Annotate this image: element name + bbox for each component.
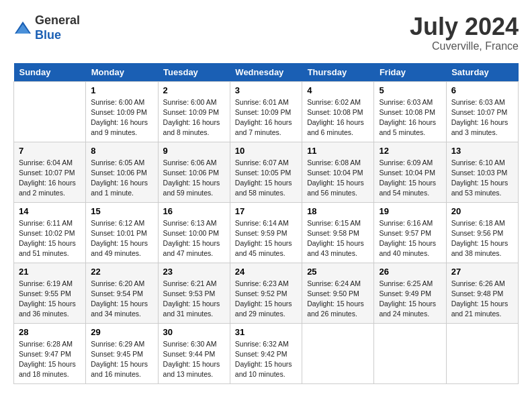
- day-number: 18: [307, 206, 369, 216]
- day-info: Sunrise: 6:12 AM Sunset: 10:01 PM Daylig…: [91, 218, 152, 259]
- day-cell: 23Sunrise: 6:21 AM Sunset: 9:53 PM Dayli…: [158, 263, 230, 323]
- day-info: Sunrise: 6:05 AM Sunset: 10:06 PM Daylig…: [91, 158, 152, 199]
- col-thursday: Thursday: [302, 63, 374, 82]
- day-cell: 12Sunrise: 6:09 AM Sunset: 10:04 PM Dayl…: [374, 142, 446, 202]
- day-cell: 30Sunrise: 6:30 AM Sunset: 9:44 PM Dayli…: [158, 323, 230, 383]
- day-cell: 18Sunrise: 6:15 AM Sunset: 9:58 PM Dayli…: [302, 202, 374, 263]
- month-year-title: July 2024: [410, 13, 519, 40]
- day-number: 10: [235, 146, 297, 156]
- day-cell: 9Sunrise: 6:06 AM Sunset: 10:06 PM Dayli…: [158, 142, 230, 202]
- day-number: 27: [451, 267, 513, 277]
- day-cell: [14, 81, 86, 142]
- day-info: Sunrise: 6:20 AM Sunset: 9:54 PM Dayligh…: [91, 279, 152, 320]
- day-number: 1: [91, 85, 152, 95]
- day-cell: 24Sunrise: 6:23 AM Sunset: 9:52 PM Dayli…: [230, 263, 302, 323]
- day-number: 16: [163, 206, 225, 216]
- col-tuesday: Tuesday: [158, 63, 230, 82]
- day-cell: 15Sunrise: 6:12 AM Sunset: 10:01 PM Dayl…: [86, 202, 158, 263]
- day-cell: 25Sunrise: 6:24 AM Sunset: 9:50 PM Dayli…: [302, 263, 374, 323]
- day-number: 31: [235, 327, 297, 337]
- day-info: Sunrise: 6:15 AM Sunset: 9:58 PM Dayligh…: [307, 218, 369, 259]
- week-row-3: 14Sunrise: 6:11 AM Sunset: 10:02 PM Dayl…: [14, 202, 519, 263]
- day-number: 4: [307, 85, 369, 95]
- day-cell: 2Sunrise: 6:00 AM Sunset: 10:09 PM Dayli…: [158, 81, 230, 142]
- day-cell: 7Sunrise: 6:04 AM Sunset: 10:07 PM Dayli…: [14, 142, 86, 202]
- day-cell: [446, 323, 518, 383]
- day-cell: 3Sunrise: 6:01 AM Sunset: 10:09 PM Dayli…: [230, 81, 302, 142]
- logo-icon: [13, 20, 32, 36]
- day-number: 11: [307, 146, 369, 156]
- day-cell: [302, 323, 374, 383]
- day-info: Sunrise: 6:07 AM Sunset: 10:05 PM Daylig…: [235, 158, 297, 199]
- day-info: Sunrise: 6:00 AM Sunset: 10:09 PM Daylig…: [91, 97, 152, 138]
- day-number: 5: [379, 85, 441, 95]
- day-cell: 13Sunrise: 6:10 AM Sunset: 10:03 PM Dayl…: [446, 142, 518, 202]
- day-info: Sunrise: 6:06 AM Sunset: 10:06 PM Daylig…: [163, 158, 225, 199]
- day-info: Sunrise: 6:00 AM Sunset: 10:09 PM Daylig…: [163, 97, 225, 138]
- day-cell: 21Sunrise: 6:19 AM Sunset: 9:55 PM Dayli…: [14, 263, 86, 323]
- day-info: Sunrise: 6:11 AM Sunset: 10:02 PM Daylig…: [19, 218, 81, 259]
- day-info: Sunrise: 6:10 AM Sunset: 10:03 PM Daylig…: [451, 158, 513, 199]
- day-info: Sunrise: 6:26 AM Sunset: 9:48 PM Dayligh…: [451, 279, 513, 320]
- day-number: 25: [307, 267, 369, 277]
- col-wednesday: Wednesday: [230, 63, 302, 82]
- week-row-1: 1Sunrise: 6:00 AM Sunset: 10:09 PM Dayli…: [14, 81, 519, 142]
- col-monday: Monday: [86, 63, 158, 82]
- day-number: 15: [91, 206, 152, 216]
- week-row-4: 21Sunrise: 6:19 AM Sunset: 9:55 PM Dayli…: [14, 263, 519, 323]
- day-cell: 29Sunrise: 6:29 AM Sunset: 9:45 PM Dayli…: [86, 323, 158, 383]
- day-info: Sunrise: 6:01 AM Sunset: 10:09 PM Daylig…: [235, 97, 297, 138]
- day-info: Sunrise: 6:18 AM Sunset: 9:56 PM Dayligh…: [451, 218, 513, 259]
- day-number: 21: [19, 267, 81, 277]
- day-number: 13: [451, 146, 513, 156]
- day-number: 6: [451, 85, 513, 95]
- day-number: 9: [163, 146, 225, 156]
- day-cell: 26Sunrise: 6:25 AM Sunset: 9:49 PM Dayli…: [374, 263, 446, 323]
- col-sunday: Sunday: [14, 63, 86, 82]
- day-number: 12: [379, 146, 441, 156]
- page-header: General Blue July 2024 Cuverville, Franc…: [13, 13, 519, 52]
- day-number: 7: [19, 146, 81, 156]
- day-cell: 1Sunrise: 6:00 AM Sunset: 10:09 PM Dayli…: [86, 81, 158, 142]
- day-number: 17: [235, 206, 297, 216]
- day-info: Sunrise: 6:21 AM Sunset: 9:53 PM Dayligh…: [163, 279, 225, 320]
- day-info: Sunrise: 6:03 AM Sunset: 10:08 PM Daylig…: [379, 97, 441, 138]
- title-block: July 2024 Cuverville, France: [410, 13, 519, 52]
- day-cell: 5Sunrise: 6:03 AM Sunset: 10:08 PM Dayli…: [374, 81, 446, 142]
- day-cell: 8Sunrise: 6:05 AM Sunset: 10:06 PM Dayli…: [86, 142, 158, 202]
- day-info: Sunrise: 6:02 AM Sunset: 10:08 PM Daylig…: [307, 97, 369, 138]
- day-cell: 20Sunrise: 6:18 AM Sunset: 9:56 PM Dayli…: [446, 202, 518, 263]
- day-info: Sunrise: 6:14 AM Sunset: 9:59 PM Dayligh…: [235, 218, 297, 259]
- day-number: 30: [163, 327, 225, 337]
- day-number: 26: [379, 267, 441, 277]
- day-info: Sunrise: 6:09 AM Sunset: 10:04 PM Daylig…: [379, 158, 441, 199]
- day-info: Sunrise: 6:04 AM Sunset: 10:07 PM Daylig…: [19, 158, 81, 199]
- week-row-2: 7Sunrise: 6:04 AM Sunset: 10:07 PM Dayli…: [14, 142, 519, 202]
- day-number: 20: [451, 206, 513, 216]
- day-number: 19: [379, 206, 441, 216]
- day-info: Sunrise: 6:32 AM Sunset: 9:42 PM Dayligh…: [235, 339, 297, 380]
- day-cell: 27Sunrise: 6:26 AM Sunset: 9:48 PM Dayli…: [446, 263, 518, 323]
- day-cell: 16Sunrise: 6:13 AM Sunset: 10:00 PM Dayl…: [158, 202, 230, 263]
- logo-general: General: [35, 13, 80, 27]
- day-cell: 6Sunrise: 6:03 AM Sunset: 10:07 PM Dayli…: [446, 81, 518, 142]
- day-cell: 22Sunrise: 6:20 AM Sunset: 9:54 PM Dayli…: [86, 263, 158, 323]
- day-number: 23: [163, 267, 225, 277]
- week-row-5: 28Sunrise: 6:28 AM Sunset: 9:47 PM Dayli…: [14, 323, 519, 383]
- day-info: Sunrise: 6:24 AM Sunset: 9:50 PM Dayligh…: [307, 279, 369, 320]
- day-info: Sunrise: 6:28 AM Sunset: 9:47 PM Dayligh…: [19, 339, 81, 380]
- day-cell: 11Sunrise: 6:08 AM Sunset: 10:04 PM Dayl…: [302, 142, 374, 202]
- day-number: 29: [91, 327, 152, 337]
- day-info: Sunrise: 6:23 AM Sunset: 9:52 PM Dayligh…: [235, 279, 297, 320]
- logo-blue: Blue: [35, 28, 61, 42]
- day-cell: 28Sunrise: 6:28 AM Sunset: 9:47 PM Dayli…: [14, 323, 86, 383]
- day-info: Sunrise: 6:08 AM Sunset: 10:04 PM Daylig…: [307, 158, 369, 199]
- day-info: Sunrise: 6:25 AM Sunset: 9:49 PM Dayligh…: [379, 279, 441, 320]
- day-cell: 14Sunrise: 6:11 AM Sunset: 10:02 PM Dayl…: [14, 202, 86, 263]
- day-cell: 4Sunrise: 6:02 AM Sunset: 10:08 PM Dayli…: [302, 81, 374, 142]
- day-info: Sunrise: 6:19 AM Sunset: 9:55 PM Dayligh…: [19, 279, 81, 320]
- header-row: Sunday Monday Tuesday Wednesday Thursday…: [14, 63, 519, 82]
- location-subtitle: Cuverville, France: [410, 40, 519, 52]
- day-cell: 10Sunrise: 6:07 AM Sunset: 10:05 PM Dayl…: [230, 142, 302, 202]
- day-cell: 19Sunrise: 6:16 AM Sunset: 9:57 PM Dayli…: [374, 202, 446, 263]
